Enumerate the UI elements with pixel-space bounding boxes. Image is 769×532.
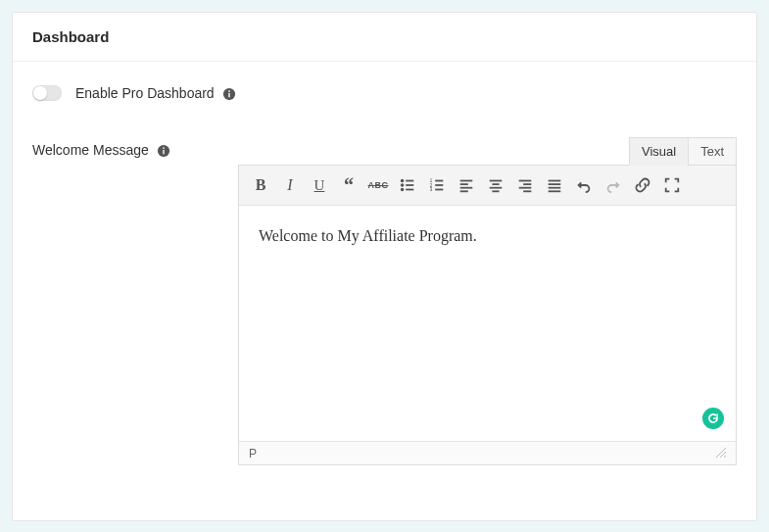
info-icon[interactable] — [157, 144, 170, 158]
align-center-button[interactable] — [482, 171, 509, 199]
strikethrough-button[interactable]: ABC — [364, 171, 392, 199]
svg-text:3: 3 — [430, 187, 433, 192]
panel-header: Dashboard — [13, 13, 756, 62]
tab-text[interactable]: Text — [688, 137, 737, 166]
numbered-list-button[interactable]: 123 — [423, 171, 451, 199]
editor-content-area[interactable]: Welcome to My Affiliate Program. — [239, 206, 736, 441]
svg-point-6 — [402, 180, 404, 182]
editor-column: Visual Text B I U “ ABC 123 — [238, 136, 737, 465]
align-left-button[interactable] — [453, 171, 480, 199]
align-justify-button[interactable] — [541, 171, 568, 199]
blockquote-button[interactable]: “ — [335, 171, 362, 199]
dashboard-panel: Dashboard Enable Pro Dashboard Welcome M… — [12, 12, 757, 521]
enable-pro-dashboard-row: Enable Pro Dashboard — [32, 85, 737, 101]
info-icon[interactable] — [222, 87, 236, 101]
svg-point-5 — [163, 147, 165, 149]
editor-toolbar: B I U “ ABC 123 — [239, 166, 736, 206]
link-button[interactable] — [629, 171, 656, 199]
panel-body: Enable Pro Dashboard Welcome Message Vis… — [13, 62, 756, 520]
svg-point-10 — [402, 189, 404, 191]
resize-handle-icon[interactable] — [714, 446, 726, 460]
svg-rect-4 — [163, 150, 164, 154]
svg-point-2 — [228, 90, 230, 92]
editor-text: Welcome to My Affiliate Program. — [259, 227, 477, 244]
align-right-button[interactable] — [511, 171, 539, 199]
bullet-list-button[interactable] — [394, 171, 421, 199]
undo-button[interactable] — [570, 171, 598, 199]
svg-line-36 — [724, 456, 726, 458]
panel-title: Dashboard — [32, 28, 109, 45]
welcome-message-label: Welcome Message — [32, 142, 149, 158]
enable-pro-dashboard-toggle[interactable] — [32, 85, 62, 101]
grammarly-icon[interactable] — [702, 408, 724, 429]
italic-button[interactable]: I — [276, 171, 304, 199]
svg-point-8 — [402, 184, 404, 186]
toggle-knob — [33, 86, 47, 100]
bold-button[interactable]: B — [247, 171, 274, 199]
underline-button[interactable]: U — [306, 171, 333, 199]
editor-status-bar: P — [239, 441, 736, 464]
fullscreen-button[interactable] — [658, 171, 686, 199]
svg-rect-1 — [228, 93, 229, 97]
welcome-message-row: Welcome Message Visual Text B I U “ — [32, 136, 737, 465]
editor-element-path: P — [249, 447, 257, 460]
redo-button[interactable] — [600, 171, 627, 199]
welcome-message-label-col: Welcome Message — [32, 136, 238, 158]
tab-visual[interactable]: Visual — [629, 137, 689, 166]
editor-box: B I U “ ABC 123 — [238, 165, 737, 465]
enable-pro-dashboard-label: Enable Pro Dashboard — [75, 85, 215, 101]
editor-tabs: Visual Text — [238, 137, 737, 166]
